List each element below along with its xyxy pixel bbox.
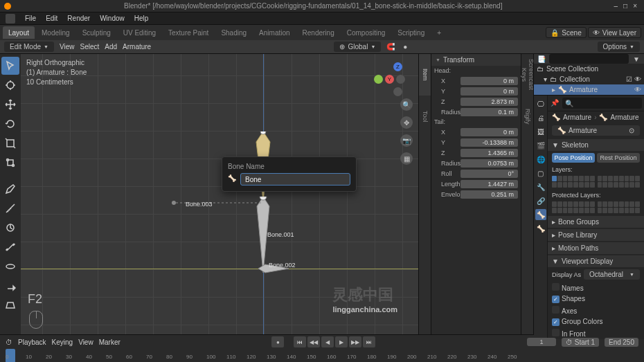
proportional-toggle[interactable]: ● — [403, 43, 414, 51]
tool-cursor[interactable] — [1, 76, 19, 94]
tool-scale[interactable] — [1, 134, 19, 152]
chk-axes[interactable] — [552, 306, 560, 314]
viewport-3d[interactable]: Right Orthographic (1) Armature : Bone 1… — [21, 54, 418, 334]
scene-selector[interactable]: 🔒Scene — [546, 27, 586, 38]
tail-radius[interactable]: 0.0753 m — [460, 159, 518, 168]
outliner-search[interactable] — [549, 54, 629, 64]
rtab-screencast[interactable]: Screencast Keys — [521, 54, 534, 96]
chk-gcolors[interactable]: ✓ — [552, 318, 560, 326]
tab-shading[interactable]: Shading — [215, 26, 252, 39]
bone-name-input[interactable] — [240, 173, 350, 185]
filter-icon[interactable]: ▼ — [632, 54, 641, 64]
outliner-scene[interactable]: 🗀Scene Collection — [534, 64, 644, 74]
properties-search[interactable]: 🔍 — [562, 98, 642, 109]
tl-playback[interactable]: Playback — [18, 338, 46, 346]
roll[interactable]: 0° — [460, 170, 518, 178]
outliner-type-icon[interactable]: 📑 — [537, 54, 546, 64]
tool-bone-size[interactable] — [1, 238, 19, 256]
zoom-icon[interactable]: 🔍 — [400, 98, 413, 111]
chk-shapes[interactable]: ✓ — [552, 296, 560, 303]
play-rev-btn[interactable]: ◀ — [321, 336, 334, 347]
orientation-dropdown[interactable]: ⊕Global▼ — [334, 42, 381, 52]
keyframe-next-btn[interactable]: ▶▶ — [349, 336, 361, 347]
vpmenu-add[interactable]: Add — [105, 43, 117, 51]
length[interactable]: 1.4427 m — [460, 180, 518, 188]
tool-annotate[interactable] — [1, 180, 19, 198]
blender-icon[interactable] — [6, 14, 15, 24]
envelope[interactable]: 0.251 m — [460, 190, 518, 199]
menu-edit[interactable]: Edit — [46, 15, 57, 22]
outliner-armature[interactable]: ▸🦴Armature👁 — [534, 84, 644, 95]
tab-uv[interactable]: UV Editing — [118, 26, 161, 39]
tab-rendering[interactable]: Rendering — [297, 26, 340, 39]
proptab-bone[interactable]: 🦴 — [535, 223, 546, 234]
window-close[interactable]: × — [633, 2, 637, 10]
start-frame[interactable]: ⏱ Start 1 — [562, 338, 599, 347]
armature-datablock[interactable]: 🦴Armature⊙ — [552, 125, 640, 136]
tool-move[interactable] — [1, 96, 19, 114]
tail-z[interactable]: 1.4365 m — [460, 149, 518, 157]
jump-start-btn[interactable]: ⏮ — [294, 336, 306, 347]
panel-poselib[interactable]: ▸ Pose Library — [548, 229, 644, 241]
perspective-icon[interactable]: ▦ — [400, 152, 413, 165]
camera-icon[interactable]: 📷 — [400, 134, 413, 147]
head-y[interactable]: 0 m — [460, 87, 518, 96]
tab-animation[interactable]: Animation — [253, 26, 295, 39]
tool-shear[interactable] — [1, 296, 19, 314]
chk-infront[interactable] — [552, 329, 560, 336]
head-z[interactable]: 2.873 m — [460, 98, 518, 106]
tab-texpaint[interactable]: Texture Paint — [163, 26, 214, 39]
proptab-render[interactable]: 🖵 — [535, 98, 546, 109]
panel-motion[interactable]: ▸ Motion Paths — [548, 242, 644, 254]
pin-icon[interactable]: 📌 — [550, 98, 560, 107]
end-frame[interactable]: End 250 — [605, 338, 638, 347]
options-dropdown[interactable]: Options▼ — [598, 42, 640, 52]
menu-help[interactable]: Help — [134, 15, 149, 22]
tl-keying[interactable]: Keying — [52, 338, 73, 346]
tail-x[interactable]: 0 m — [460, 128, 518, 136]
nav-gizmo[interactable]: Z Y — [384, 65, 411, 93]
tab-compositing[interactable]: Compositing — [341, 26, 391, 39]
timeline-ruler[interactable]: 0102030405060708090100110120130140150160… — [0, 349, 644, 362]
panel-transform[interactable]: Transform — [431, 54, 521, 66]
tab-scripting[interactable]: Scripting — [392, 26, 430, 39]
proptab-armature[interactable]: 🦴 — [535, 209, 546, 220]
viewlayer-selector[interactable]: 👁View Layer — [588, 27, 641, 38]
sidetab-item[interactable]: Item — [419, 54, 431, 96]
mode-dropdown[interactable]: Edit Mode▼ — [4, 42, 54, 52]
pose-position-btn[interactable]: Pose Position — [552, 153, 595, 163]
keyframe-prev-btn[interactable]: ◀◀ — [307, 336, 320, 347]
move-view-icon[interactable]: ✥ — [400, 116, 413, 129]
tl-marker[interactable]: Marker — [99, 338, 120, 346]
proptab-object[interactable]: ▢ — [535, 168, 546, 179]
proptab-modifier[interactable]: 🔧 — [535, 181, 546, 192]
tool-rotate[interactable] — [1, 115, 19, 133]
tab-sculpting[interactable]: Sculpting — [77, 26, 116, 39]
menu-window[interactable]: Window — [100, 15, 125, 22]
panel-bonegroups[interactable]: ▸ Bone Groups — [548, 216, 644, 228]
menu-file[interactable]: File — [25, 15, 36, 22]
head-radius[interactable]: 0.1 m — [460, 108, 518, 116]
window-max[interactable]: □ — [623, 2, 627, 10]
tl-view[interactable]: View — [78, 338, 93, 346]
display-as-dropdown[interactable]: Octahedral▼ — [584, 269, 640, 280]
vpmenu-view[interactable]: View — [60, 43, 75, 51]
tab-modeling[interactable]: Modeling — [36, 26, 75, 39]
breadcrumb-obj[interactable]: Armature — [563, 114, 591, 121]
tool-measure[interactable] — [1, 199, 19, 217]
head-x[interactable]: 0 m — [460, 77, 518, 85]
panel-skeleton[interactable]: ▼ Skeleton — [548, 139, 644, 151]
outliner-collection[interactable]: ▾🗀Collection☑ 👁 — [534, 74, 644, 84]
tail-y[interactable]: -0.13388 m — [460, 138, 518, 147]
tab-layout[interactable]: Layout — [3, 26, 35, 39]
proptab-constraint[interactable]: 🔗 — [535, 195, 546, 206]
autokey-btn[interactable]: ● — [271, 336, 284, 347]
tool-roll[interactable] — [1, 219, 19, 237]
menu-render[interactable]: Render — [67, 15, 90, 22]
rest-position-btn[interactable]: Rest Position — [597, 153, 640, 163]
window-min[interactable]: – — [614, 2, 618, 10]
chk-names[interactable] — [552, 283, 560, 291]
snap-toggle[interactable]: 🧲 — [386, 43, 397, 51]
current-frame[interactable]: 1 — [527, 338, 556, 346]
tool-extrude[interactable] — [1, 277, 19, 295]
